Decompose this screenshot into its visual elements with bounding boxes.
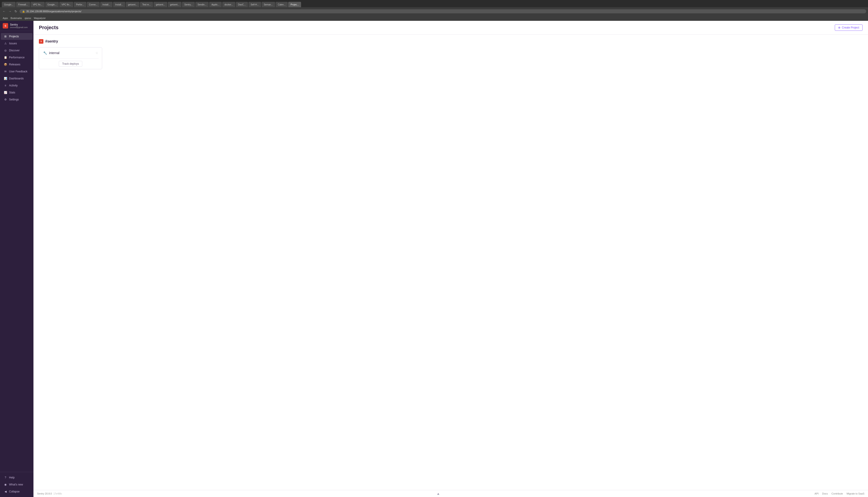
browser-tab[interactable]: VPC fin... xyxy=(30,2,45,7)
sidebar-footer-icon: ? xyxy=(4,476,7,479)
browser-tab[interactable]: Sendin... xyxy=(195,2,209,7)
sidebar-footer-item-collapse[interactable]: ◀ Collapse xyxy=(1,488,32,495)
footer-links: APIDocsContributeMigrate to SaaS xyxy=(815,492,864,495)
footer-link-docs[interactable]: Docs xyxy=(822,492,828,495)
sidebar-icon: 📈 xyxy=(4,91,7,94)
sidebar-item-issues[interactable]: ⚠ Issues xyxy=(1,40,32,47)
sidebar-item-label: Performance xyxy=(9,56,25,59)
bookmarks-bar: Apps Bookmarks qianxx Wappalyzer xyxy=(0,15,868,21)
sidebar-item-label: Projects xyxy=(9,35,19,38)
sidebar-footer-icon: ◀ xyxy=(4,490,7,493)
footer-version: Sentry 20.8.0 17e488c xyxy=(37,492,62,495)
project-name-link[interactable]: internal xyxy=(49,51,59,55)
sidebar-item-settings[interactable]: ⚙ Settings xyxy=(1,96,32,103)
sidebar-footer-label: Help xyxy=(9,476,15,479)
footer-link-api[interactable]: API xyxy=(815,492,819,495)
sidebar-footer-item-what's-new[interactable]: ◉ What's new xyxy=(1,481,32,488)
sidebar-icon: 📋 xyxy=(4,56,7,59)
sidebar-item-user-feedback[interactable]: ✉ User Feedback xyxy=(1,68,32,75)
browser-tab[interactable]: docker... xyxy=(222,2,235,7)
page-title: Projects xyxy=(39,25,59,30)
sidebar-item-projects[interactable]: ⊞ Projects xyxy=(1,33,32,40)
bookmark-bookmarks[interactable]: Bookmarks xyxy=(10,17,23,20)
sidebar-icon: 📦 xyxy=(4,63,7,66)
projects-grid: 🔧 internal ☆ Track deploys xyxy=(39,47,863,69)
sidebar-icon: ⚙ xyxy=(4,98,7,101)
main-content: Projects ⊕ Create Project S #sentry xyxy=(33,21,868,497)
org-info: Sentry oxxxxd@gmail.com xyxy=(10,23,31,29)
sidebar-item-performance[interactable]: 📋 Performance xyxy=(1,54,32,61)
sidebar-item-activity[interactable]: ≡ Activity xyxy=(1,82,32,89)
projects-section: S #sentry 🔧 internal ☆ xyxy=(39,39,863,69)
sidebar-header[interactable]: S Sentry oxxxxd@gmail.com xyxy=(0,21,33,31)
browser-tab[interactable]: Google... xyxy=(45,2,59,7)
main-header: Projects ⊕ Create Project xyxy=(33,21,868,34)
star-icon[interactable]: ☆ xyxy=(95,51,98,55)
sidebar-icon: ◎ xyxy=(4,48,7,52)
project-card-header: 🔧 internal ☆ xyxy=(39,47,102,58)
browser-tab[interactable]: Applic... xyxy=(209,2,222,7)
browser-tab[interactable]: Test m... xyxy=(140,2,153,7)
sidebar-icon: ≡ xyxy=(4,84,7,87)
address-bar[interactable]: 🔓 35.194.139.88:9000/organizations/sentr… xyxy=(19,9,866,13)
project-platform-icon: 🔧 xyxy=(43,51,47,55)
sidebar-item-stats[interactable]: 📈 Stats xyxy=(1,89,32,96)
sidebar-icon: ✉ xyxy=(4,70,7,73)
reload-button[interactable]: ↻ xyxy=(14,10,18,13)
project-name-row: 🔧 internal xyxy=(43,51,59,55)
back-button[interactable]: ← xyxy=(2,10,6,13)
address-text: 35.194.139.88:9000/organizations/sentry/… xyxy=(26,10,82,13)
forward-button[interactable]: → xyxy=(8,10,12,13)
browser-tab[interactable]: DaoC... xyxy=(236,2,248,7)
browser-tab[interactable]: Self-H... xyxy=(248,2,261,7)
browser-tab[interactable]: Google... xyxy=(2,2,16,7)
browser-tab[interactable]: Perfor... xyxy=(74,2,86,7)
sidebar: S Sentry oxxxxd@gmail.com ⊞ Projects ⚠ I… xyxy=(0,21,33,497)
footer-center: ⟁ xyxy=(437,492,439,496)
browser-tabs: Google...Firewall...VPC fin...Google...V… xyxy=(0,0,868,7)
project-card-internal: 🔧 internal ☆ Track deploys xyxy=(39,47,102,69)
bookmark-apps[interactable]: Apps xyxy=(2,17,9,20)
org-email: oxxxxd@gmail.com xyxy=(10,26,31,29)
browser-tab[interactable]: Conne... xyxy=(87,2,100,7)
browser-tab[interactable]: Install... xyxy=(100,2,112,7)
browser-tab[interactable]: Calen... xyxy=(276,2,288,7)
sidebar-item-label: User Feedback xyxy=(9,70,27,73)
track-deploys-button[interactable]: Track deploys xyxy=(59,61,82,67)
sidebar-footer-label: What's new xyxy=(9,483,23,486)
sidebar-item-label: Releases xyxy=(9,63,20,66)
browser-tab[interactable]: getsent... xyxy=(126,2,139,7)
org-section-icon: S xyxy=(39,39,43,44)
create-icon: ⊕ xyxy=(838,26,840,29)
browser-tab[interactable]: Install... xyxy=(113,2,125,7)
create-project-button[interactable]: ⊕ Create Project xyxy=(835,25,863,31)
security-indicator: 🔓 xyxy=(22,10,25,13)
bookmark-qianxx[interactable]: qianxx xyxy=(24,17,32,20)
browser-tab[interactable]: getsent... xyxy=(168,2,181,7)
browser-tab[interactable]: VPC fin... xyxy=(59,2,73,7)
browser-tab[interactable]: Projec... xyxy=(288,2,301,7)
browser-chrome: Google...Firewall...VPC fin...Google...V… xyxy=(0,0,868,21)
org-name: Sentry xyxy=(10,23,31,26)
browser-toolbar: ← → ↻ 🔓 35.194.139.88:9000/organizations… xyxy=(0,7,868,15)
browser-tab[interactable]: getsent... xyxy=(153,2,167,7)
sidebar-footer-icon: ◉ xyxy=(4,483,7,486)
browser-tab[interactable]: Sentry... xyxy=(182,2,195,7)
sidebar-footer-item-help[interactable]: ? Help xyxy=(1,474,32,481)
sidebar-item-discover[interactable]: ◎ Discover xyxy=(1,47,32,54)
browser-tab[interactable]: Seman... xyxy=(262,2,275,7)
project-card-footer: Track deploys xyxy=(39,59,102,69)
sidebar-icon: ⚠ xyxy=(4,42,7,45)
browser-tab[interactable]: Firewall... xyxy=(16,2,30,7)
footer-link-migrate-to-saas[interactable]: Migrate to SaaS xyxy=(847,492,864,495)
app-container: S Sentry oxxxxd@gmail.com ⊞ Projects ⚠ I… xyxy=(0,21,868,497)
sidebar-item-label: Activity xyxy=(9,84,18,87)
sidebar-item-dashboards[interactable]: 📊 Dashboards xyxy=(1,75,32,82)
sidebar-item-label: Settings xyxy=(9,98,19,101)
org-section-header: S #sentry xyxy=(39,39,863,44)
sidebar-item-releases[interactable]: 📦 Releases xyxy=(1,61,32,68)
bookmark-wappalyzer[interactable]: Wappalyzer xyxy=(33,17,47,20)
org-icon: S xyxy=(3,23,8,29)
sidebar-icon: ⊞ xyxy=(4,34,7,38)
footer-link-contribute[interactable]: Contribute xyxy=(832,492,843,495)
